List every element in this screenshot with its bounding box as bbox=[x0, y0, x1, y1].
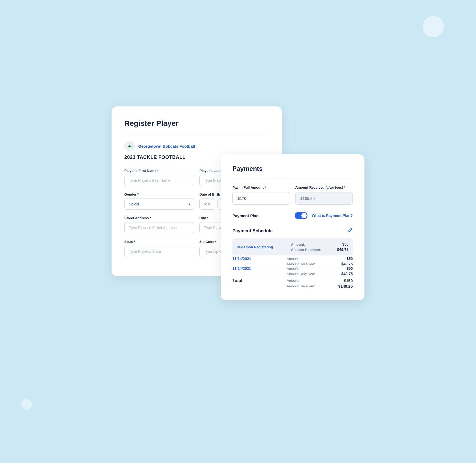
due-date-label: Due Upon Registering bbox=[232, 238, 287, 255]
first-name-group: Player's First Name * bbox=[124, 169, 194, 186]
row1-received-line: Amount Received: $49.75 bbox=[287, 262, 353, 266]
due-amount-line: Amount: $50 bbox=[291, 242, 348, 246]
spacer-row-2 bbox=[232, 276, 353, 278]
payment-plan-row: Payment Plan What is Payment Plan? bbox=[232, 212, 353, 219]
gender-select-wrapper: Select Male Female ▾ bbox=[124, 199, 194, 210]
total-amount-line: Amount: $150 bbox=[287, 278, 353, 283]
register-title: Register Player bbox=[124, 119, 269, 128]
row2-date: 11/24/2021 bbox=[232, 266, 287, 276]
toggle-knob bbox=[301, 213, 307, 218]
payment-schedule-header: Payment Schedule bbox=[232, 228, 353, 234]
gender-group: Gender * Select Male Female ▾ bbox=[124, 192, 194, 210]
pay-in-full-label: Pay In Full Amount * bbox=[232, 185, 290, 189]
row2-received-line: Amount Received: $49.75 bbox=[287, 272, 353, 276]
row1-amount-label: Amount: bbox=[287, 257, 321, 261]
gender-select[interactable]: Select Male Female bbox=[124, 199, 194, 210]
bg-decoration-circle-1 bbox=[423, 16, 444, 37]
street-group: Street Address * bbox=[124, 216, 194, 233]
row1-amounts: Amount: $50 Amount Received: $49.75 bbox=[287, 257, 353, 266]
row2-received-label: Amount Received: bbox=[287, 272, 321, 276]
row1-received-value: $49.75 bbox=[341, 262, 353, 266]
payment-schedule-table: Due Upon Registering Amount: $50 Amount … bbox=[232, 238, 353, 288]
state-label: State * bbox=[124, 240, 194, 244]
due-amount-value: $50 bbox=[342, 242, 348, 246]
edit-icon[interactable] bbox=[347, 228, 353, 234]
org-logo bbox=[124, 141, 135, 151]
total-amounts: Amount: $150 Amount Received: $149.25 bbox=[287, 278, 353, 288]
total-amount-value: $150 bbox=[344, 278, 353, 283]
total-received-label: Amount Received: bbox=[287, 284, 321, 288]
row2-amount-line: Amount: $50 bbox=[287, 266, 353, 271]
org-name: Georgetown Bobcats Football bbox=[138, 144, 195, 148]
payment-schedule-title: Payment Schedule bbox=[232, 228, 273, 234]
street-input[interactable] bbox=[124, 222, 194, 233]
row1-date: 11/14/2021 bbox=[232, 257, 287, 266]
first-name-input[interactable] bbox=[124, 175, 194, 186]
total-received-line: Amount Received: $149.25 bbox=[287, 284, 353, 288]
street-label: Street Address * bbox=[124, 216, 194, 220]
gender-label: Gender * bbox=[124, 192, 194, 196]
row2-amounts: Amount: $50 Amount Received: $49.75 bbox=[287, 266, 353, 276]
total-row: Total Amount: $150 Amount Received: $149… bbox=[232, 278, 353, 288]
schedule-row-2: 11/24/2021 Amount: $50 Amount Received: … bbox=[232, 266, 353, 276]
row1-amount-value: $50 bbox=[347, 257, 353, 261]
org-row: Georgetown Bobcats Football bbox=[124, 141, 269, 151]
payments-title: Payments bbox=[232, 165, 353, 172]
payment-plan-label: Payment Plan bbox=[232, 213, 258, 218]
due-received-label: Amount Received: bbox=[291, 248, 326, 252]
schedule-due-row: Due Upon Registering Amount: $50 Amount … bbox=[232, 238, 353, 255]
row1-received-label: Amount Received: bbox=[287, 262, 321, 266]
first-name-label: Player's First Name * bbox=[124, 169, 194, 173]
amount-received-input bbox=[295, 192, 353, 205]
amounts-row: Pay In Full Amount * Amount Received (af… bbox=[232, 185, 353, 205]
amount-received-group: Amount Received (after fees) * bbox=[295, 185, 353, 205]
what-is-payment-plan-link[interactable]: What is Payment Plan? bbox=[312, 213, 353, 218]
payments-card: Payments Pay In Full Amount * Amount Rec… bbox=[221, 154, 364, 300]
due-received-value: $49.75 bbox=[337, 247, 348, 252]
payment-plan-toggle[interactable] bbox=[295, 212, 307, 219]
state-group: State * bbox=[124, 240, 194, 257]
due-received-line: Amount Received: $49.75 bbox=[291, 247, 348, 252]
total-amount-label: Amount: bbox=[287, 279, 321, 283]
dob-mm-input[interactable] bbox=[199, 199, 215, 210]
row2-received-value: $49.75 bbox=[341, 272, 353, 276]
register-divider bbox=[124, 134, 269, 134]
scene-container: Register Player Georgetown Bobcats Footb… bbox=[112, 85, 364, 378]
row2-amount-value: $50 bbox=[347, 266, 353, 271]
due-amounts: Amount: $50 Amount Received: $49.75 bbox=[287, 238, 353, 255]
payments-divider bbox=[232, 178, 353, 178]
amount-received-label: Amount Received (after fees) * bbox=[295, 185, 353, 189]
row1-amount-line: Amount: $50 bbox=[287, 257, 353, 261]
total-received-value: $149.25 bbox=[338, 284, 353, 288]
toggle-and-link: What is Payment Plan? bbox=[295, 212, 353, 219]
row2-amount-label: Amount: bbox=[287, 267, 321, 271]
bg-decoration-circle-2 bbox=[21, 399, 32, 410]
pay-in-full-group: Pay In Full Amount * bbox=[232, 185, 290, 205]
pay-in-full-input[interactable] bbox=[232, 192, 290, 205]
schedule-row-1: 11/14/2021 Amount: $50 Amount Received: … bbox=[232, 257, 353, 266]
due-amount-label: Amount: bbox=[291, 242, 326, 246]
total-label: Total bbox=[232, 278, 287, 288]
state-input[interactable] bbox=[124, 246, 194, 257]
